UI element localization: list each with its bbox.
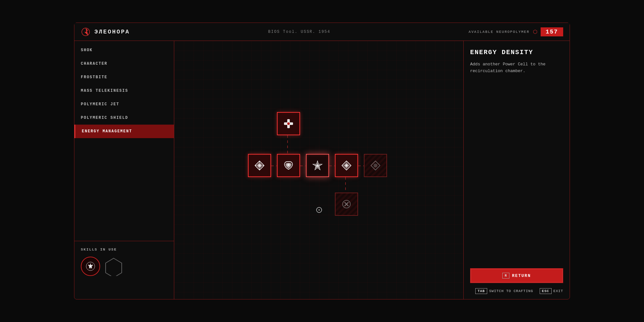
- skills-slots: [81, 257, 167, 276]
- header: ЭЛЕОНОРА BIOS Tool. USSR. 1954 AVAILABLE…: [74, 23, 570, 41]
- connector-v-top: [287, 135, 288, 154]
- skill-node-mid3[interactable]: [306, 154, 329, 177]
- skills-panel: SKILLS IN USE: [74, 241, 174, 299]
- bios-label: BIOS Tool. USSR. 1954: [268, 30, 330, 34]
- right-panel: ENERGY DENSITY Adds another Power Cell t…: [463, 41, 570, 299]
- tab-key: TAB: [475, 288, 487, 294]
- return-button[interactable]: R RETURN: [470, 268, 563, 283]
- tab-hint[interactable]: TAB SWITCH TO CRAFTING: [475, 288, 533, 294]
- skill-slot-2[interactable]: [104, 257, 123, 276]
- skill-tree: [174, 41, 463, 299]
- skill-node-mid1[interactable]: [248, 154, 271, 177]
- svg-point-11: [317, 165, 318, 166]
- header-left: ЭЛЕОНОРА: [81, 27, 130, 37]
- svg-marker-3: [106, 258, 122, 276]
- connector-h-3-4: [329, 166, 335, 166]
- main-screen: ЭЛЕОНОРА BIOS Tool. USSR. 1954 AVAILABLE…: [74, 23, 570, 299]
- sidebar-item-polymeric-jet[interactable]: POLYMERIC JET: [74, 98, 174, 111]
- skill-detail-title: ENERGY DENSITY: [470, 49, 563, 56]
- sidebar-item-character[interactable]: CHARACTER: [74, 57, 174, 71]
- esc-key: ESC: [540, 288, 552, 294]
- skill-tree-inner: [229, 106, 409, 234]
- skill-node-mid2[interactable]: [277, 154, 300, 177]
- main-content: SHOK CHARACTER FROSTBITE MASS TELEKINESI…: [74, 41, 570, 299]
- svg-point-7: [258, 164, 261, 167]
- svg-point-12: [345, 164, 348, 167]
- connector-h-1-2: [271, 166, 277, 166]
- connector-h-4-5: [358, 166, 364, 166]
- skill-detail-description: Adds another Power Cell to the recircula…: [470, 61, 563, 165]
- nav-menu: SHOK CHARACTER FROSTBITE MASS TELEKINESI…: [74, 41, 174, 241]
- skill-node-bot[interactable]: [335, 193, 358, 216]
- sidebar-item-shok[interactable]: SHOK: [74, 43, 174, 57]
- sidebar-item-mass-telekinesis[interactable]: MASS TELEKINESIS: [74, 84, 174, 98]
- connector-v-mid4-bot: [345, 177, 346, 193]
- sidebar-item-polymeric-shield[interactable]: POLYMERIC SHIELD: [74, 111, 174, 125]
- return-key-hint: R: [502, 273, 509, 279]
- svg-point-6: [287, 122, 290, 125]
- header-right: AVAILABLE NEUROPOLYMER ⬡ 157: [469, 27, 563, 36]
- right-panel-spacer: [470, 165, 563, 269]
- bottom-hints: TAB SWITCH TO CRAFTING ESC EXIT: [470, 288, 563, 294]
- neuropolymer-icon: ⬡: [533, 29, 537, 35]
- skill-slot-1[interactable]: [81, 257, 100, 276]
- neuropolymer-value: 157: [541, 27, 563, 36]
- return-label: RETURN: [512, 273, 531, 278]
- navigation-dot: [316, 207, 322, 213]
- character-name: ЭЛЕОНОРА: [94, 29, 130, 35]
- neuropolymer-label: AVAILABLE NEUROPOLYMER: [469, 30, 529, 34]
- skill-node-top[interactable]: [277, 112, 300, 135]
- skill-node-mid5[interactable]: [364, 154, 387, 177]
- center-panel[interactable]: [174, 41, 463, 299]
- skills-label: SKILLS IN USE: [81, 248, 167, 251]
- svg-marker-0: [84, 28, 88, 36]
- esc-hint[interactable]: ESC EXIT: [540, 288, 563, 294]
- logo-icon: [81, 27, 90, 37]
- sidebar-item-frostbite[interactable]: FROSTBITE: [74, 71, 174, 84]
- skill-node-mid4[interactable]: [335, 154, 358, 177]
- esc-label: EXIT: [554, 289, 563, 293]
- svg-point-8: [287, 164, 290, 166]
- svg-point-13: [374, 164, 377, 167]
- left-panel: SHOK CHARACTER FROSTBITE MASS TELEKINESI…: [74, 41, 174, 299]
- connector-h-2-3: [300, 166, 306, 166]
- sidebar-item-energy-management[interactable]: ENERGY MANAGEMENT: [74, 125, 174, 138]
- tab-label: SWITCH TO CRAFTING: [489, 289, 533, 293]
